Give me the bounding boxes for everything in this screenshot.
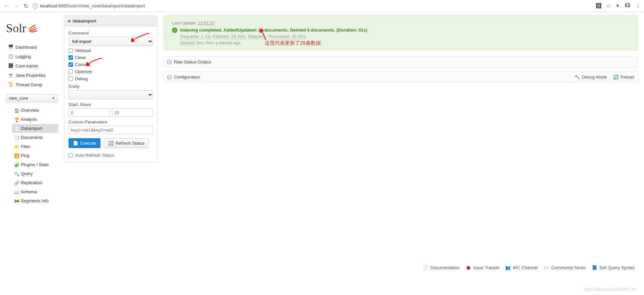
back-button[interactable]: ← (3, 2, 9, 9)
execute-icon: 📄 (73, 141, 78, 146)
clean-label: Clean (75, 55, 86, 60)
core-nav-plugins[interactable]: 🧩Plugins / Stats (12, 160, 58, 169)
ping-icon: 📶 (14, 153, 19, 158)
java-icon: ☕ (8, 72, 13, 78)
nav-logging[interactable]: 📋Logging (6, 52, 58, 61)
core-nav-analysis[interactable]: 🏆Analysis (12, 115, 58, 124)
status-box: Last Update: 22:51:57 ✓ Indexing complet… (164, 15, 638, 50)
core-selector-label: new_core (9, 96, 28, 101)
svg-point-1 (627, 4, 629, 6)
configuration-section[interactable]: − Configuration 🔨 Debug-Mode 🔄 Reload (164, 71, 638, 83)
dashboard-icon: 🖥️ (8, 44, 13, 50)
dataimport-icon: 📄 (14, 126, 19, 131)
core-nav-documents[interactable]: 📑Documents (12, 133, 58, 142)
debug-checkbox[interactable] (69, 77, 73, 81)
debug-label: Debug (75, 76, 88, 81)
panel-title: /dataimport (73, 18, 96, 23)
logo-text: Solr (6, 22, 26, 34)
clean-checkbox[interactable] (69, 55, 73, 60)
core-nav-dataimport[interactable]: 📄Dataimport (12, 124, 58, 133)
core-admin-icon: 🗄️ (8, 63, 13, 68)
execute-button[interactable]: 📄 Execute (69, 138, 100, 148)
annotation-arrow-2 (86, 57, 103, 66)
hammer-icon: 🔨 (574, 75, 580, 80)
url-text: localhost:8983/solr/#/new_core/dataimpor… (40, 3, 145, 8)
raw-status-label: Raw Status-Output (174, 59, 211, 64)
sidebar: Solr 🖥️Dashboard 📋Logging 🗄️Core Admin ☕… (6, 15, 58, 205)
nav-thread-dump[interactable]: 📜Thread Dump (6, 80, 58, 89)
replication-icon: 🔗 (14, 181, 19, 185)
segments-icon: 🚧 (14, 199, 19, 203)
core-nav-query[interactable]: 🔍Query (12, 169, 58, 178)
custom-params-label: Custom Parameters (69, 119, 153, 125)
analysis-icon: 🏆 (14, 117, 19, 122)
panel-header: /dataimport (65, 16, 157, 27)
raw-status-section[interactable]: − Raw Status-Output (164, 56, 638, 67)
schema-icon: 📖 (14, 190, 19, 194)
auto-refresh-checkbox[interactable] (69, 153, 73, 157)
custom-params-input[interactable] (69, 126, 153, 134)
annotation-arrow-3 (260, 29, 270, 41)
entity-select[interactable] (69, 90, 153, 99)
verbose-checkbox[interactable] (69, 48, 73, 53)
start-input[interactable] (69, 108, 110, 117)
rows-input[interactable] (112, 108, 153, 117)
main-content: Last Update: 22:51:57 ✓ Indexing complet… (164, 15, 638, 205)
chevron-down-icon: ▼ (52, 96, 55, 100)
menu-icon[interactable]: ⋮ (635, 3, 641, 9)
core-nav-files[interactable]: 📁Files (12, 142, 58, 151)
status-dot-icon (68, 20, 71, 22)
core-nav-overview[interactable]: 🏠Overview (12, 106, 58, 115)
logging-icon: 📋 (8, 54, 13, 59)
core-nav-segments[interactable]: 🚧Segments info (12, 196, 58, 205)
startrows-label: Start, Rows (69, 102, 153, 107)
collapse-icon: − (167, 75, 171, 79)
nav-dashboard[interactable]: 🖥️Dashboard (6, 42, 58, 52)
refresh-status-button[interactable]: 🔄 Refresh Status (104, 138, 149, 148)
auto-refresh-label: Auto-Refresh Status (75, 153, 114, 158)
site-info-icon[interactable]: i (33, 3, 38, 9)
core-nav-ping[interactable]: 📶Ping (12, 151, 58, 160)
entity-label: Entity (69, 84, 153, 89)
status-detail: Requests: 1 1/s, Fetched: 25 25/s, Skipp… (180, 34, 367, 39)
configuration-label: Configuration (174, 75, 200, 80)
translate-icon[interactable]: 🅰 (596, 3, 601, 9)
verbose-label: Verbose (75, 48, 91, 53)
extensions-icon[interactable]: ✦ (615, 3, 620, 9)
annotation-arrow-1 (131, 32, 150, 42)
debug-mode-button[interactable]: 🔨 Debug-Mode (574, 75, 607, 80)
core-nav-replication[interactable]: 🔗Replication (12, 178, 58, 187)
last-update-time: 22:51:57 (198, 20, 215, 26)
forward-button[interactable]: → (13, 2, 19, 9)
collapse-icon: − (167, 60, 171, 64)
browser-toolbar: ← → ↻ i localhost:8983/solr/#/new_core/d… (0, 0, 644, 12)
logo-swirl-icon (28, 23, 38, 34)
reload-icon: 🔄 (613, 75, 618, 80)
bookmark-icon[interactable]: ☆ (606, 3, 611, 9)
address-bar[interactable]: i localhost:8983/solr/#/new_core/dataimp… (33, 3, 592, 9)
documents-icon: 📑 (14, 135, 19, 140)
plugins-icon: 🧩 (14, 162, 19, 167)
nav-java-properties[interactable]: ☕Java Properties (6, 70, 58, 80)
core-selector[interactable]: new_core ▼ (6, 94, 58, 102)
thread-icon: 📜 (8, 82, 13, 87)
query-icon: 🔍 (14, 171, 19, 176)
annotation-text: 这里代表更新了25条数据 (265, 40, 321, 46)
dataimport-panel: /dataimport Command full-import Verbose … (64, 15, 158, 162)
overview-icon: 🏠 (14, 108, 19, 113)
refresh-icon: 🔄 (108, 141, 114, 146)
status-message: Indexing completed. Added/Updated: 25 do… (180, 28, 367, 33)
core-nav-schema[interactable]: 📖Schema (12, 187, 58, 196)
reload-button[interactable]: 🔄 Reload (613, 75, 634, 80)
solr-logo: Solr (6, 22, 58, 34)
files-icon: 📁 (14, 144, 19, 149)
last-update: Last Update: 22:51:57 (172, 20, 632, 26)
optimize-label: Optimize (75, 69, 92, 74)
profile-icon[interactable] (625, 2, 631, 10)
commit-checkbox[interactable] (69, 62, 73, 67)
success-icon: ✓ (172, 28, 177, 33)
nav-core-admin[interactable]: 🗄️Core Admin (6, 61, 58, 70)
reload-button[interactable]: ↻ (24, 2, 29, 10)
optimize-checkbox[interactable] (69, 69, 73, 74)
